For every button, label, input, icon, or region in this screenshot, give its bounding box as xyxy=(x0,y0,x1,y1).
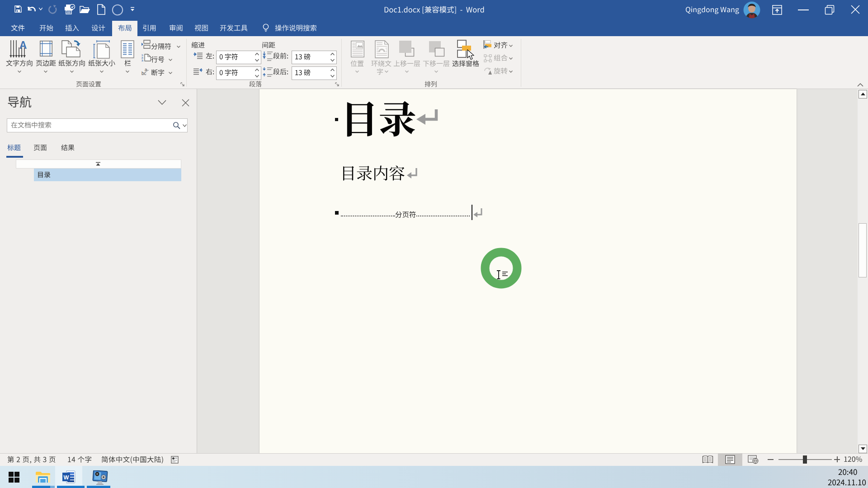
svg-text:W: W xyxy=(64,474,69,481)
svg-text:3:: 3: xyxy=(142,59,144,61)
svg-text:A: A xyxy=(19,40,27,51)
svg-text:bc: bc xyxy=(142,71,146,75)
